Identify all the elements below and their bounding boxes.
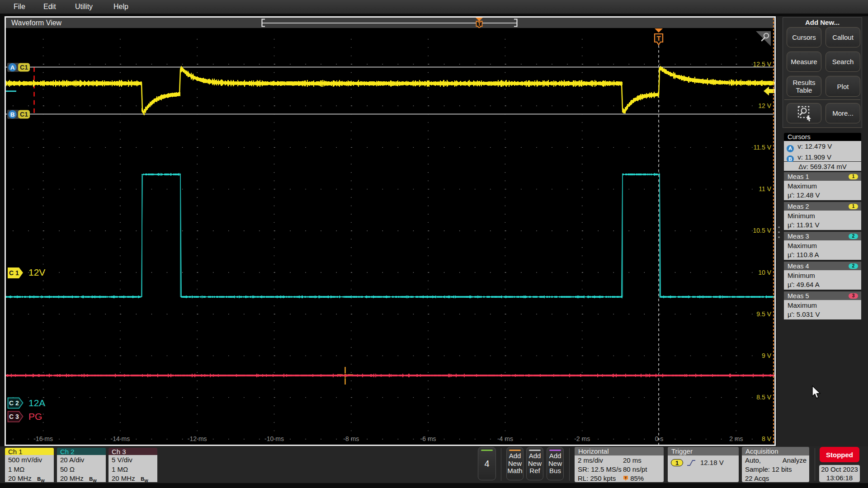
- svg-text:12 V: 12 V: [758, 102, 771, 109]
- svg-text:11 V: 11 V: [759, 185, 771, 192]
- svg-text:-12 ms: -12 ms: [188, 435, 207, 442]
- svg-text:C 2: C 2: [9, 399, 19, 407]
- svg-text:C1: C1: [20, 111, 28, 118]
- svg-text:8 V: 8 V: [762, 435, 772, 442]
- svg-text:10.5 V: 10.5 V: [753, 227, 772, 234]
- svg-text:-16 ms: -16 ms: [33, 435, 53, 442]
- svg-text:A: A: [10, 64, 15, 71]
- svg-text:-10 ms: -10 ms: [264, 435, 284, 442]
- svg-text:C 1: C 1: [9, 269, 19, 277]
- svg-text:9.5 V: 9.5 V: [756, 310, 771, 318]
- svg-text:10 V: 10 V: [758, 269, 771, 276]
- svg-text:T: T: [656, 34, 660, 42]
- svg-text:8.5 V: 8.5 V: [756, 394, 771, 401]
- svg-text:9 V: 9 V: [762, 352, 772, 359]
- svg-text:0 s: 0 s: [655, 435, 664, 442]
- svg-text:2 ms: 2 ms: [729, 435, 743, 442]
- svg-text:12A: 12A: [28, 398, 45, 408]
- svg-text:B: B: [10, 111, 15, 118]
- svg-text:12V: 12V: [28, 267, 45, 277]
- svg-text:PG: PG: [28, 411, 42, 422]
- svg-text:C1: C1: [20, 64, 28, 71]
- svg-text:-8 ms: -8 ms: [343, 435, 359, 442]
- svg-text:11.5 V: 11.5 V: [754, 144, 772, 151]
- svg-text:-2 ms: -2 ms: [574, 435, 590, 442]
- svg-text:-6 ms: -6 ms: [420, 435, 436, 442]
- svg-text:-14 ms: -14 ms: [111, 435, 130, 442]
- svg-text:12.5 V: 12.5 V: [753, 61, 772, 68]
- svg-text:-4 ms: -4 ms: [497, 435, 513, 442]
- svg-text:T: T: [625, 476, 627, 480]
- svg-text:C 3: C 3: [9, 413, 19, 420]
